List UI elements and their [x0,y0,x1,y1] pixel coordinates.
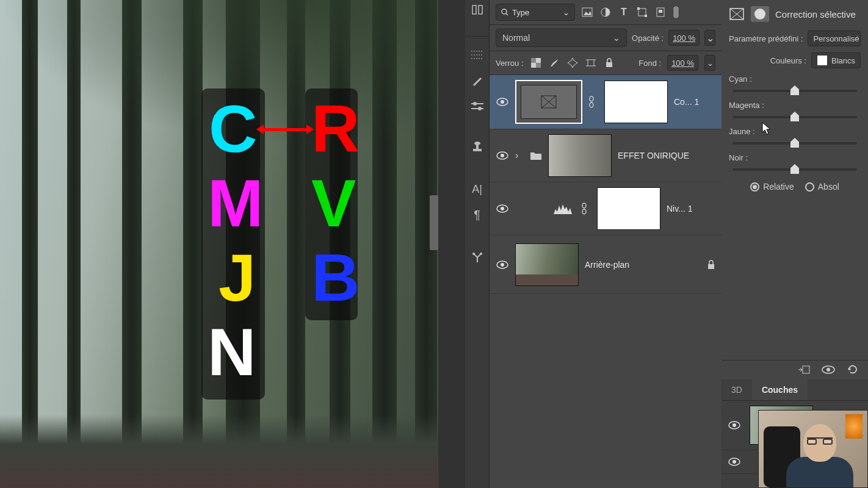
search-icon [501,9,508,16]
lock-position-icon[interactable] [566,57,579,69]
method-absolute[interactable]: Absol [805,182,839,192]
brush-icon[interactable] [470,73,485,88]
clip-to-layer-icon[interactable] [797,363,811,376]
layer-name[interactable]: Arrière-plan [585,260,701,270]
visibility-eye-icon[interactable] [728,418,741,432]
opacity-dropdown[interactable]: ⌄ [704,30,715,46]
svg-point-57 [732,423,736,427]
properties-panel: Correction sélective Paramètre prédéfini… [722,0,868,378]
tab-couches[interactable]: Couches [752,379,808,400]
radio-icon [805,182,814,192]
view-previous-icon[interactable] [822,363,835,376]
cyan-slider[interactable] [732,90,857,92]
filter-type-icon[interactable]: T [618,6,630,18]
lock-artboard-icon[interactable] [585,57,597,69]
adjustment-title: Correction sélective [775,9,856,20]
slider-thumb[interactable] [790,138,799,148]
slider-thumb[interactable] [790,112,799,121]
filter-pixel-icon[interactable] [581,6,593,18]
layer-name[interactable]: Niv... 1 [667,204,715,214]
letter-m: M [208,170,264,237]
layer-name[interactable]: Co... 1 [674,97,715,107]
visibility-eye-icon[interactable] [496,95,509,109]
layer-filter-type[interactable]: Type ⌄ [496,4,575,21]
sliders-icon[interactable] [470,99,485,113]
svg-rect-28 [588,60,594,66]
visibility-eye-icon[interactable] [496,202,509,215]
tools-icon[interactable] [470,250,485,265]
svg-point-12 [472,253,475,255]
blend-mode-value: Normal [502,33,530,43]
canvas-scrollbar-thumb[interactable] [430,195,438,250]
visibility-eye-icon[interactable] [728,455,741,468]
layer-name[interactable]: EFFET ONIRIQUE [618,151,715,160]
svg-rect-20 [637,7,640,10]
lock-image-icon[interactable] [548,57,560,69]
paragraph-icon[interactable]: ¶ [470,207,485,222]
rail-icon-1[interactable] [470,2,485,17]
collapsed-panel-rail: A| ¶ [465,0,490,488]
stamp-icon[interactable] [470,139,485,154]
radio-checked-icon [750,182,759,192]
filter-toggle[interactable] [673,5,679,19]
selective-color-adjustment-icon[interactable] [729,6,745,22]
lock-transparency-icon[interactable] [530,57,542,69]
slider-thumb[interactable] [790,164,799,174]
svg-rect-9 [473,149,482,151]
method-relative[interactable]: Relative [750,182,794,192]
svg-point-11 [474,142,480,145]
svg-rect-1 [479,5,482,14]
fill-value[interactable]: 100 % [667,55,698,71]
letter-j: J [219,244,256,311]
layer-mask-thumbnail[interactable] [597,187,660,230]
reset-icon[interactable] [846,363,859,376]
levels-icon [551,202,575,215]
svg-point-39 [590,96,593,101]
character-icon[interactable]: A| [470,182,485,196]
svg-point-40 [590,102,593,107]
svg-rect-25 [536,63,541,68]
arrow-c-r [262,128,308,131]
link-icon[interactable] [581,203,591,215]
letter-r: R [311,95,360,162]
layer-thumbnail[interactable] [515,243,579,286]
group-mask-thumbnail[interactable] [548,134,612,177]
svg-point-14 [502,9,507,14]
tab-3d[interactable]: 3D [722,379,752,400]
layer-row[interactable]: Co... 1 [490,75,722,129]
svg-rect-21 [645,15,647,17]
magenta-slider[interactable] [732,116,857,118]
lock-icon [707,260,715,270]
noir-slider-label: Noir : [729,153,861,162]
jaune-slider-label: Jaune : [729,127,861,136]
layer-row[interactable]: Niv... 1 [490,182,722,235]
lock-label: Verrou : [496,59,524,68]
properties-footer [722,360,868,379]
preset-select[interactable]: Personnalisé [808,30,861,46]
opacity-value[interactable]: 100 % [668,30,700,46]
colors-select[interactable]: Blancs [811,52,861,68]
svg-point-48 [501,263,504,267]
mask-panel-icon[interactable] [751,6,769,22]
lock-all-icon[interactable] [603,57,615,69]
link-icon[interactable] [588,96,598,108]
filter-adjustment-icon[interactable] [599,6,612,18]
layer-row[interactable]: Arrière-plan [490,235,722,294]
align-icon[interactable] [470,48,485,62]
layer-mask-thumbnail[interactable] [604,81,668,123]
color-swatch [817,55,828,66]
noir-slider[interactable] [732,168,857,171]
filter-smart-icon[interactable] [654,6,667,18]
visibility-eye-icon[interactable] [496,149,509,162]
slider-thumb[interactable] [790,85,799,95]
disclosure-chevron-icon[interactable]: › [515,150,524,161]
layer-filter-label: Type [512,8,529,17]
adjustment-thumbnail[interactable] [515,80,582,124]
layer-row[interactable]: › EFFET ONIRIQUE [490,129,722,182]
visibility-eye-icon[interactable] [496,258,509,271]
jaune-slider[interactable] [732,142,857,145]
filter-shape-icon[interactable] [636,6,648,18]
blend-mode-select[interactable]: Normal ⌄ [496,29,627,47]
fill-dropdown[interactable]: ⌄ [704,55,715,71]
canvas-area[interactable]: C M J N R V B [0,0,438,488]
